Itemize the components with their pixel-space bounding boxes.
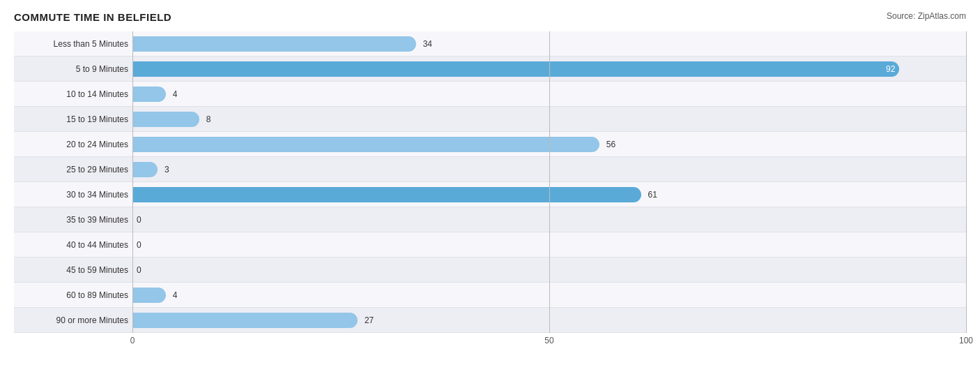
x-axis-label: 100 [959,336,973,345]
bar-row: 20 to 24 Minutes56 [14,132,966,157]
bar-value: 8 [204,114,211,124]
bar-fill: 4 [132,87,166,102]
bar-fill: 27 [132,313,358,328]
bar-value: 3 [162,165,169,174]
bar-fill: 56 [132,137,599,152]
bar-row: 60 to 89 Minutes4 [14,283,966,308]
bar-label: 25 to 29 Minutes [14,165,132,174]
bars-section: Less than 5 Minutes345 to 9 Minutes9210 … [14,31,966,333]
bar-value: 4 [170,89,178,99]
bar-label: 90 or more Minutes [14,315,132,325]
bar-track: 92 [132,61,966,77]
bar-track: 0 [132,262,966,278]
bar-row: 40 to 44 Minutes0 [14,232,966,258]
chart-wrapper: Less than 5 Minutes345 to 9 Minutes9210 … [14,31,966,350]
bar-value: 27 [362,315,374,325]
bar-track: 0 [132,212,966,228]
bar-value: 0 [137,265,141,275]
bar-row: 45 to 59 Minutes0 [14,258,966,283]
bar-row: 35 to 39 Minutes0 [14,207,966,232]
bar-track: 56 [132,137,966,152]
x-axis-label: 50 [544,336,553,345]
bar-track: 0 [132,237,966,253]
bar-fill: 92 [132,61,899,77]
bar-value: 56 [604,140,615,149]
bar-label: 5 to 9 Minutes [14,64,132,74]
bar-track: 27 [132,313,966,328]
bar-row: 5 to 9 Minutes92 [14,57,966,82]
bar-row: 25 to 29 Minutes3 [14,157,966,182]
chart-title: COMMUTE TIME IN BELFIELD [14,11,171,23]
bar-value: 0 [137,240,141,250]
bar-label: 40 to 44 Minutes [14,240,132,250]
bar-label: Less than 5 Minutes [14,39,132,49]
bar-row: 90 or more Minutes27 [14,308,966,333]
bar-label: 20 to 24 Minutes [14,140,132,149]
bar-track: 34 [132,36,966,52]
bar-track: 4 [132,87,966,102]
bar-label: 60 to 89 Minutes [14,290,132,300]
bar-track: 8 [132,112,966,127]
bar-value: 61 [645,190,657,200]
x-axis-label: 0 [130,336,135,345]
bar-fill: 3 [132,162,158,177]
bar-track: 3 [132,162,966,177]
page-container: COMMUTE TIME IN BELFIELD Source: ZipAtla… [14,11,966,350]
bar-label: 10 to 14 Minutes [14,89,132,99]
bar-fill: 34 [132,36,416,52]
bar-track: 4 [132,288,966,303]
bar-label: 45 to 59 Minutes [14,265,132,275]
bar-label: 30 to 34 Minutes [14,190,132,200]
bar-label: 35 to 39 Minutes [14,215,132,225]
bar-fill: 4 [132,288,166,303]
bar-label: 15 to 19 Minutes [14,114,132,124]
bar-row: 10 to 14 Minutes4 [14,82,966,107]
bar-value: 92 [886,64,895,74]
bar-value: 4 [170,290,178,300]
bar-fill: 8 [132,112,199,127]
bar-row: 30 to 34 Minutes61 [14,182,966,207]
bar-value: 0 [137,215,141,225]
bar-row: 15 to 19 Minutes8 [14,107,966,132]
bar-value: 34 [420,39,432,49]
bar-row: Less than 5 Minutes34 [14,31,966,57]
chart-header: COMMUTE TIME IN BELFIELD Source: ZipAtla… [14,11,966,23]
bar-track: 61 [132,187,966,202]
bar-fill: 61 [132,187,641,202]
source-label: Source: ZipAtlas.com [887,11,966,21]
x-axis: 050100 [14,336,966,350]
